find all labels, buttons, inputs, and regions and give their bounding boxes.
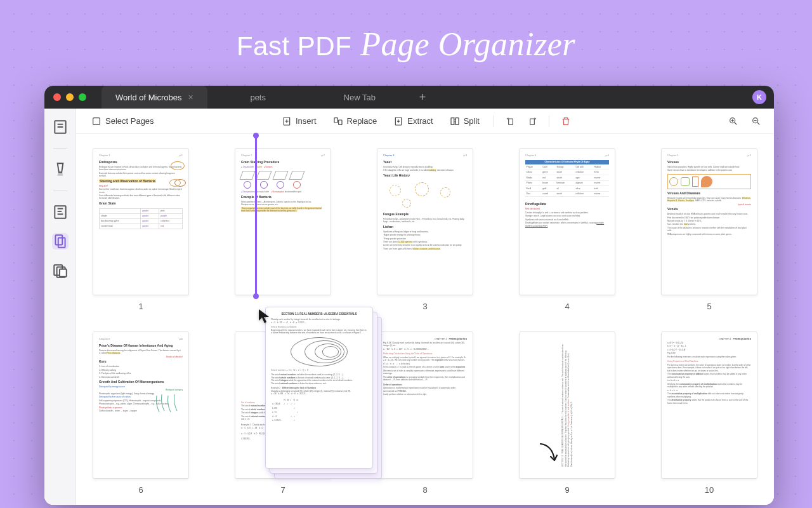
zoom-in-button[interactable] xyxy=(724,112,742,130)
split-label: Split xyxy=(464,116,480,126)
tool-batch[interactable] xyxy=(52,262,69,279)
window-controls xyxy=(53,93,86,101)
new-tab-button[interactable]: + xyxy=(410,86,435,109)
app-window: World of Microbes × pets New Tab + K xyxy=(44,86,774,505)
page-thumbnail: Chapter 6p.6 Prion's Disease Of Human In… xyxy=(93,331,189,479)
page-number: 7 xyxy=(280,485,285,495)
delete-button[interactable] xyxy=(557,112,575,130)
minimize-window-button[interactable] xyxy=(66,93,74,101)
rotate-right-button[interactable] xyxy=(523,112,541,130)
replace-button[interactable]: Replace xyxy=(327,113,384,130)
tool-page-organizer[interactable] xyxy=(52,233,69,250)
rotate-right-icon xyxy=(527,116,537,126)
tab-label: World of Microbes xyxy=(115,93,182,102)
replace-label: Replace xyxy=(347,116,377,126)
page-item-9[interactable]: SECTION 1.1 REAL NUMBERS: ALGEBRA ESSENT… xyxy=(515,331,619,495)
page-item-10[interactable]: CHAPTER 1 PREREQUISITES a. (3·2² − 4·(6+… xyxy=(657,331,761,495)
replace-icon xyxy=(333,116,343,126)
tab-new[interactable]: New Tab xyxy=(309,86,410,109)
page-thumbnail: Chapter 5p.5 Viruses Intracellular paras… xyxy=(661,148,757,295)
checkbox-icon xyxy=(91,116,102,126)
page-number: 10 xyxy=(705,485,714,495)
extract-icon xyxy=(393,116,403,126)
tool-outline[interactable] xyxy=(52,204,69,220)
page-number: 5 xyxy=(707,302,711,311)
maximize-window-button[interactable] xyxy=(79,93,86,101)
cursor-icon xyxy=(258,308,273,327)
page-item-3[interactable]: Chapter 3p.3 Yeast Unicellular fungi. Ce… xyxy=(373,148,477,311)
page-thumbnail: Chapter 4p.4 Characteristics Of Selected… xyxy=(519,148,615,295)
tab-bar: World of Microbes × pets New Tab + xyxy=(102,86,435,109)
titlebar: World of Microbes × pets New Tab + K xyxy=(44,86,774,109)
zoom-out-icon xyxy=(751,116,761,126)
side-tool-rail xyxy=(44,109,76,505)
page-item-2[interactable]: Chapter 2p.2 Gram Staining Procedure ● C… xyxy=(231,148,335,311)
page-thumbnail: Chapter 3p.3 Yeast Unicellular fungi. Ce… xyxy=(377,148,473,295)
hero-plain: Fast PDF xyxy=(237,31,351,62)
page-number: 1 xyxy=(138,302,143,311)
page-grid: Chapter 1p.1 Endospores Endospores are r… xyxy=(82,148,768,495)
insertion-indicator xyxy=(255,135,257,297)
close-window-button[interactable] xyxy=(53,93,61,101)
rotate-left-icon xyxy=(506,116,516,126)
tool-highlighter[interactable] xyxy=(52,161,69,178)
rotate-left-button[interactable] xyxy=(502,112,520,130)
tab-label: New Tab xyxy=(344,93,376,102)
page-thumbnail: Chapter 1p.1 Endospores Endospores are r… xyxy=(93,148,189,295)
page-number: 6 xyxy=(138,485,143,495)
svg-rect-19 xyxy=(451,117,454,124)
extract-button[interactable]: Extract xyxy=(387,113,439,130)
svg-rect-22 xyxy=(509,119,513,124)
svg-rect-3 xyxy=(55,206,65,218)
organizer-toolbar: Select Pages Insert Replace Extract xyxy=(76,109,774,134)
page-thumbnail: Set of numbers The set of natural number… xyxy=(235,331,331,479)
annotation-arrow-icon xyxy=(537,441,562,469)
hero-script: Page Organizer xyxy=(360,25,575,63)
tab-world-of-microbes[interactable]: World of Microbes × xyxy=(102,86,207,109)
svg-rect-7 xyxy=(55,235,62,244)
zoom-in-icon xyxy=(728,116,738,126)
page-number: 4 xyxy=(565,302,569,311)
svg-rect-20 xyxy=(455,117,459,124)
insert-button[interactable]: Insert xyxy=(275,113,323,130)
svg-line-29 xyxy=(757,123,759,124)
insert-label: Insert xyxy=(296,116,317,126)
page-thumbnail: CHAPTER 1 PREREQUISITES a. (3·2² − 4·(6+… xyxy=(661,331,757,479)
page-number: 3 xyxy=(422,302,427,311)
page-item-7[interactable]: Set of numbers The set of natural number… xyxy=(231,331,335,495)
hero-title: Fast PDF Page Organizer xyxy=(237,25,575,63)
tool-read-mode[interactable] xyxy=(52,119,69,135)
svg-rect-17 xyxy=(338,120,341,124)
insert-icon xyxy=(282,116,292,126)
user-avatar[interactable]: K xyxy=(752,90,766,104)
page-item-4[interactable]: Chapter 4p.4 Characteristics Of Selected… xyxy=(515,148,619,311)
svg-rect-16 xyxy=(334,117,337,122)
split-icon xyxy=(450,116,460,126)
page-thumbnail: Chapter 2p.2 Gram Staining Procedure ● C… xyxy=(235,148,331,295)
split-button[interactable]: Split xyxy=(443,113,486,130)
tab-label: pets xyxy=(250,93,266,102)
page-thumbnail: CHAPTER 1 PREREQUISITES Fig. 8.38. Class… xyxy=(377,331,473,479)
svg-rect-12 xyxy=(93,117,100,124)
page-item-1[interactable]: Chapter 1p.1 Endospores Endospores are r… xyxy=(89,148,193,311)
zoom-out-button[interactable] xyxy=(747,112,765,130)
page-item-8[interactable]: CHAPTER 1 PREREQUISITES Fig. 8.38. Class… xyxy=(373,331,477,495)
svg-rect-11 xyxy=(59,269,66,277)
page-grid-scroll[interactable]: Chapter 1p.1 Endospores Endospores are r… xyxy=(76,134,774,505)
extract-label: Extract xyxy=(407,116,433,126)
select-pages-label: Select Pages xyxy=(105,116,154,126)
page-thumbnail: SECTION 1.1 REAL NUMBERS: ALGEBRA ESSENT… xyxy=(519,331,615,479)
page-number: 9 xyxy=(565,485,569,495)
svg-rect-23 xyxy=(530,119,535,124)
page-item-5[interactable]: Chapter 5p.5 Viruses Intracellular paras… xyxy=(657,148,761,311)
page-item-6[interactable]: Chapter 6p.6 Prion's Disease Of Human In… xyxy=(89,331,193,495)
page-number: 8 xyxy=(422,485,427,495)
trash-icon xyxy=(561,116,571,126)
tab-pets[interactable]: pets xyxy=(207,86,309,109)
svg-line-25 xyxy=(735,123,737,124)
svg-rect-8 xyxy=(58,238,65,248)
close-tab-icon[interactable]: × xyxy=(188,92,193,102)
select-pages-button[interactable]: Select Pages xyxy=(85,113,160,130)
